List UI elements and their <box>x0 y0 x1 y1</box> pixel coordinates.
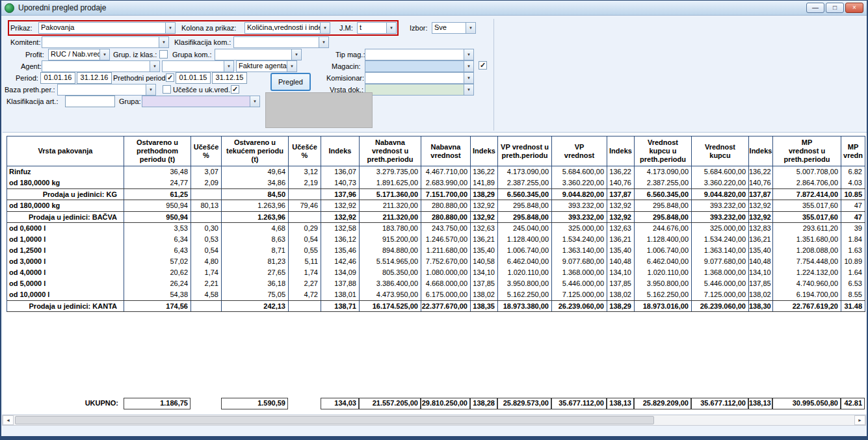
vrsta-dok-select[interactable]: ▼ <box>365 84 474 96</box>
table-row[interactable]: od 0,6000 l3,530,304,680,29132,58183.780… <box>7 223 865 234</box>
cell: 135,40 <box>471 245 498 256</box>
horizontal-scrollbar[interactable]: ◄ ► <box>2 415 866 426</box>
jm-select[interactable]: t ▼ <box>357 22 397 34</box>
profit-select[interactable]: RUC / Nab.vred. ▼ <box>48 49 110 60</box>
scroll-left-icon[interactable]: ◄ <box>3 415 14 425</box>
cell: 4,58 <box>191 289 222 300</box>
tip-mag-select[interactable]: ▼ <box>365 49 474 60</box>
chevron-down-icon[interactable]: ▼ <box>464 61 473 71</box>
fakture-agenta-select[interactable]: Fakture agenta ▼ <box>236 60 297 72</box>
klasifikacija-kom-select[interactable]: ▼ <box>233 36 329 48</box>
column-header[interactable]: Ostvareno u prethodnom periodu (t) <box>124 136 191 166</box>
baza-preth-select[interactable]: ▼ <box>57 84 156 96</box>
table-row[interactable]: Prodaja u jedinici: BAČVA950,941.263,961… <box>7 211 865 223</box>
cell: 26.239.060,00 <box>552 301 607 311</box>
grup-iz-klas-checkbox[interactable] <box>159 50 168 58</box>
column-header[interactable]: Nabavna vrednost <box>421 136 471 166</box>
totals-cell: 138,13 <box>748 398 772 409</box>
column-header[interactable]: Učešće % <box>289 136 321 166</box>
grupa-kom-select[interactable]: ▼ <box>215 49 302 60</box>
magacin-select[interactable]: ▼ <box>365 60 474 72</box>
prethodni-from-input[interactable]: 01.01.15 <box>176 72 211 84</box>
column-header[interactable]: VP vrednost u preth.periodu <box>498 136 552 166</box>
column-header[interactable]: MP vrednost u preth.periodu <box>773 136 841 166</box>
chevron-down-icon[interactable]: ▼ <box>386 23 396 33</box>
agent-select[interactable]: ▼ <box>42 60 160 72</box>
row-label: od 1,0000 l <box>7 234 124 245</box>
chevron-down-icon[interactable]: ▼ <box>165 23 175 33</box>
ucesce-pre-checkbox[interactable] <box>163 85 171 94</box>
table-row[interactable]: od 180,0000 kg24,772,0934,862,19140,731.… <box>7 177 865 188</box>
chevron-down-icon[interactable]: ▼ <box>320 23 330 33</box>
prethodni-to-input[interactable]: 31.12.15 <box>212 72 247 84</box>
komitent-select[interactable]: ▼ <box>42 36 169 48</box>
column-header[interactable]: VP vrednost <box>552 136 607 166</box>
chevron-down-icon[interactable]: ▼ <box>464 84 473 95</box>
column-header[interactable]: Indeks <box>607 136 635 166</box>
column-header[interactable]: Vrednost kupcu <box>692 136 749 166</box>
chevron-down-icon[interactable]: ▼ <box>146 84 155 95</box>
column-header[interactable]: Vrednost kupcu u preth.periodu <box>635 136 692 166</box>
period-to-input[interactable]: 31.12.16 <box>77 72 112 84</box>
table-row[interactable]: od 180,0000 kg950,9480,131.263,9679,4613… <box>7 200 865 211</box>
table-row[interactable]: od 1,0000 l6,340,538,630,54136,12915.200… <box>7 234 865 245</box>
column-header[interactable]: Učešće % <box>191 136 222 166</box>
column-header[interactable]: Nabavna vrednost u preth.periodu <box>360 136 421 166</box>
chevron-down-icon[interactable]: ▼ <box>250 96 259 107</box>
scroll-right-icon[interactable]: ► <box>854 415 865 425</box>
table-row[interactable]: od 3,0000 l57,024,8081,235,11142,465.514… <box>7 256 865 267</box>
izbor-select[interactable]: Sve ▼ <box>432 22 476 34</box>
totals-cell: 35.677.112,00 <box>691 398 748 409</box>
cell: 137,85 <box>749 278 773 289</box>
chevron-down-icon[interactable]: ▼ <box>319 37 328 47</box>
column-header[interactable]: Vrsta pakovanja <box>7 136 124 166</box>
cell: 1.368.000,00 <box>692 267 749 278</box>
column-header[interactable]: Indeks <box>749 136 773 166</box>
chevron-down-icon[interactable]: ▼ <box>466 23 475 33</box>
column-header[interactable]: Indeks <box>321 136 360 166</box>
prethodni-period-checkbox[interactable]: ✓ <box>166 73 174 82</box>
table-row[interactable]: Prodaja u jedinici: KANTA174,56242,13138… <box>7 300 865 312</box>
table-row[interactable]: od 5,0000 l26,242,2136,182,27137,883.386… <box>7 278 865 289</box>
column-header[interactable]: MP vredn <box>841 136 865 166</box>
cell: 6,34 <box>124 234 191 245</box>
chevron-down-icon[interactable]: ▼ <box>224 61 233 71</box>
magacin-checkbox[interactable]: ✓ <box>479 61 487 70</box>
grupa-select[interactable]: ▼ <box>142 96 260 107</box>
cell: 132,92 <box>607 200 635 211</box>
cell: 295.848,00 <box>635 200 692 211</box>
agent-secondary-select[interactable]: ▼ <box>162 60 234 72</box>
close-icon[interactable]: × <box>845 3 863 13</box>
table-row[interactable]: od 4,0000 l20,621,7427,651,74134,09805.3… <box>7 267 865 278</box>
komisionar-select[interactable]: ▼ <box>365 72 474 84</box>
chevron-down-icon[interactable]: ▼ <box>464 49 473 60</box>
table-row[interactable]: Rinfuz36,483,0749,643,12136,073.279.735,… <box>7 166 865 177</box>
scrollbar-thumb[interactable] <box>15 416 654 424</box>
cell: 136,21 <box>471 234 498 245</box>
column-header[interactable]: Ostvareno u tekućem periodu (t) <box>222 136 289 166</box>
table-row[interactable]: od 1,2500 l6,430,548,710,55135,46894.880… <box>7 245 865 256</box>
cell: 132,92 <box>321 212 360 222</box>
column-header[interactable]: Indeks <box>471 136 498 166</box>
chevron-down-icon[interactable]: ▼ <box>464 73 473 83</box>
chevron-down-icon[interactable]: ▼ <box>99 49 109 60</box>
kolona-select[interactable]: Količina,vrednosti i indeksi ▼ <box>244 22 330 34</box>
period-from-input[interactable]: 01.01.16 <box>40 72 75 84</box>
cell: 8,63 <box>222 234 289 245</box>
cell: 355.017,60 <box>773 212 841 222</box>
table-row[interactable]: Prodaja u jedinici: KG61,2584,50137,965.… <box>7 188 865 200</box>
chevron-down-icon[interactable]: ▼ <box>159 37 168 47</box>
scrollbar-track[interactable] <box>14 415 854 425</box>
maximize-icon[interactable]: □ <box>826 3 844 13</box>
pregled-button[interactable]: Pregled <box>270 73 311 91</box>
minimize-icon[interactable]: — <box>806 3 824 13</box>
chevron-down-icon[interactable]: ▼ <box>287 61 296 71</box>
chevron-down-icon[interactable]: ▼ <box>150 61 159 71</box>
table-row[interactable]: od 10,0000 l54,384,5875,054,72138,014.47… <box>7 289 865 300</box>
prikaz-select[interactable]: Pakovanja ▼ <box>38 22 176 34</box>
cell: 7.752.670,00 <box>421 256 471 267</box>
chevron-down-icon[interactable]: ▼ <box>291 49 301 60</box>
title-bar[interactable]: Uporedni pregled prodaje — □ × <box>1 1 867 16</box>
ucesce-checkbox[interactable]: ✓ <box>231 85 239 94</box>
klasifikacija-art-input[interactable] <box>65 96 115 107</box>
